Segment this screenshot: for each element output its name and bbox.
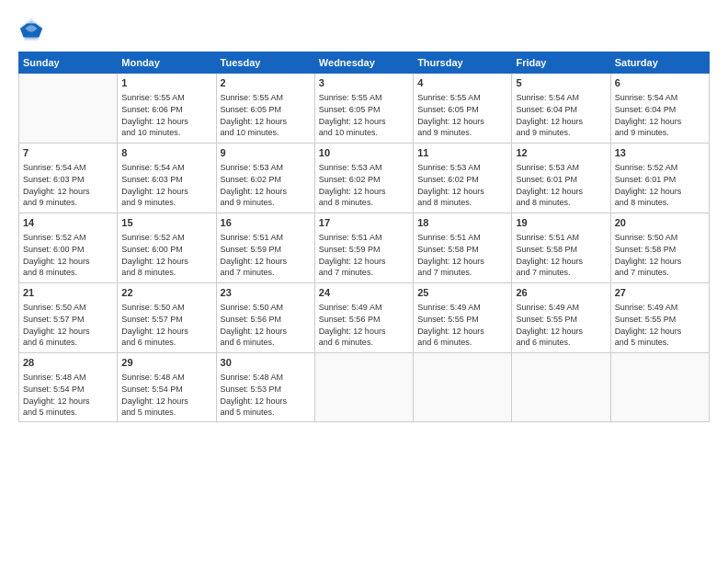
table-row: 4Sunrise: 5:55 AMSunset: 6:05 PMDaylight… [414, 74, 512, 144]
day-info: Sunset: 5:57 PM [23, 314, 113, 326]
day-info: Daylight: 12 hours [417, 186, 507, 198]
day-info: Sunrise: 5:51 AM [319, 232, 409, 244]
day-info: Sunrise: 5:54 AM [615, 92, 705, 104]
day-info: Sunset: 6:00 PM [23, 244, 113, 256]
table-row: 11Sunrise: 5:53 AMSunset: 6:02 PMDayligh… [414, 144, 512, 213]
table-row: 3Sunrise: 5:55 AMSunset: 6:05 PMDaylight… [314, 74, 413, 144]
day-number: 9 [221, 146, 311, 160]
table-row [610, 353, 709, 422]
day-info: Sunset: 5:57 PM [121, 314, 211, 326]
day-info: Sunset: 6:03 PM [23, 174, 113, 186]
day-number: 5 [516, 76, 606, 90]
day-info: Daylight: 12 hours [221, 186, 311, 198]
day-info: Daylight: 12 hours [516, 116, 606, 128]
day-info: and 6 minutes. [121, 337, 211, 349]
day-info: Sunset: 5:58 PM [615, 244, 705, 256]
day-info: Daylight: 12 hours [23, 326, 113, 338]
day-info: Daylight: 12 hours [221, 396, 311, 408]
day-info: Sunrise: 5:52 AM [23, 232, 113, 244]
calendar-header-row: Sunday Monday Tuesday Wednesday Thursday… [19, 52, 710, 74]
day-info: Sunrise: 5:53 AM [417, 162, 507, 174]
day-number: 22 [121, 286, 211, 300]
day-info: Sunrise: 5:50 AM [121, 302, 211, 314]
table-row [314, 353, 413, 422]
day-info: Sunset: 5:59 PM [221, 244, 311, 256]
day-number: 25 [417, 286, 507, 300]
day-info: Sunset: 6:00 PM [121, 244, 211, 256]
day-info: Sunrise: 5:55 AM [319, 92, 409, 104]
day-info: Sunrise: 5:55 AM [221, 92, 311, 104]
day-info: Sunset: 6:04 PM [615, 104, 705, 116]
table-row: 15Sunrise: 5:52 AMSunset: 6:00 PMDayligh… [118, 213, 216, 283]
day-info: Daylight: 12 hours [121, 186, 211, 198]
day-number: 15 [121, 216, 211, 230]
day-number: 29 [121, 356, 211, 370]
day-info: Sunset: 5:59 PM [319, 244, 409, 256]
day-info: Daylight: 12 hours [121, 396, 211, 408]
table-row: 20Sunrise: 5:50 AMSunset: 5:58 PMDayligh… [610, 213, 709, 283]
table-row: 1Sunrise: 5:55 AMSunset: 6:06 PMDaylight… [118, 74, 216, 144]
day-number: 11 [417, 146, 507, 160]
day-number: 16 [221, 216, 311, 230]
day-info: Sunrise: 5:53 AM [221, 162, 311, 174]
day-number: 24 [319, 286, 409, 300]
day-info: Sunrise: 5:51 AM [221, 232, 311, 244]
table-row: 5Sunrise: 5:54 AMSunset: 6:04 PMDaylight… [512, 74, 610, 144]
day-info: Sunrise: 5:49 AM [615, 302, 705, 314]
day-info: Sunset: 6:05 PM [221, 104, 311, 116]
day-info: Daylight: 12 hours [121, 116, 211, 128]
day-number: 14 [23, 216, 113, 230]
table-row [414, 353, 512, 422]
day-info: Sunset: 6:05 PM [319, 104, 409, 116]
day-info: Daylight: 12 hours [417, 256, 507, 268]
page-header [18, 17, 710, 42]
table-row: 2Sunrise: 5:55 AMSunset: 6:05 PMDaylight… [216, 74, 314, 144]
day-number: 30 [221, 356, 311, 370]
day-info: Sunset: 5:54 PM [23, 384, 113, 396]
day-info: and 8 minutes. [417, 197, 507, 209]
col-tuesday: Tuesday [216, 52, 314, 74]
day-info: Daylight: 12 hours [319, 256, 409, 268]
table-row: 16Sunrise: 5:51 AMSunset: 5:59 PMDayligh… [216, 213, 314, 283]
day-info: Sunrise: 5:49 AM [516, 302, 606, 314]
day-info: Daylight: 12 hours [615, 116, 705, 128]
table-row: 29Sunrise: 5:48 AMSunset: 5:54 PMDayligh… [118, 353, 216, 422]
day-info: and 6 minutes. [516, 337, 606, 349]
day-info: Sunset: 6:04 PM [516, 104, 606, 116]
table-row [19, 74, 118, 144]
day-number: 20 [615, 216, 705, 230]
day-number: 28 [23, 356, 113, 370]
day-info: and 6 minutes. [319, 337, 409, 349]
day-info: and 8 minutes. [23, 267, 113, 279]
day-info: Sunrise: 5:52 AM [615, 162, 705, 174]
col-wednesday: Wednesday [314, 52, 413, 74]
day-info: and 8 minutes. [121, 267, 211, 279]
day-info: and 8 minutes. [516, 197, 606, 209]
day-number: 1 [121, 76, 211, 90]
table-row: 25Sunrise: 5:49 AMSunset: 5:55 PMDayligh… [414, 283, 512, 353]
day-number: 8 [121, 146, 211, 160]
day-info: Daylight: 12 hours [516, 256, 606, 268]
day-info: Sunrise: 5:48 AM [23, 372, 113, 384]
table-row: 12Sunrise: 5:53 AMSunset: 6:01 PMDayligh… [512, 144, 610, 213]
calendar-table: Sunday Monday Tuesday Wednesday Thursday… [18, 52, 710, 422]
day-info: Sunset: 5:56 PM [221, 314, 311, 326]
day-number: 21 [23, 286, 113, 300]
day-info: Daylight: 12 hours [615, 256, 705, 268]
table-row: 9Sunrise: 5:53 AMSunset: 6:02 PMDaylight… [216, 144, 314, 213]
day-number: 23 [221, 286, 311, 300]
table-row: 17Sunrise: 5:51 AMSunset: 5:59 PMDayligh… [314, 213, 413, 283]
table-row: 13Sunrise: 5:52 AMSunset: 6:01 PMDayligh… [610, 144, 709, 213]
day-info: Sunset: 5:54 PM [121, 384, 211, 396]
day-info: Sunrise: 5:54 AM [121, 162, 211, 174]
day-number: 2 [221, 76, 311, 90]
day-info: Sunset: 5:55 PM [417, 314, 507, 326]
day-info: and 9 minutes. [417, 127, 507, 139]
day-info: Sunrise: 5:55 AM [417, 92, 507, 104]
day-info: Sunset: 6:02 PM [319, 174, 409, 186]
table-row: 23Sunrise: 5:50 AMSunset: 5:56 PMDayligh… [216, 283, 314, 353]
day-info: Daylight: 12 hours [23, 396, 113, 408]
day-number: 6 [615, 76, 705, 90]
day-info: and 7 minutes. [221, 267, 311, 279]
day-info: and 9 minutes. [23, 197, 113, 209]
